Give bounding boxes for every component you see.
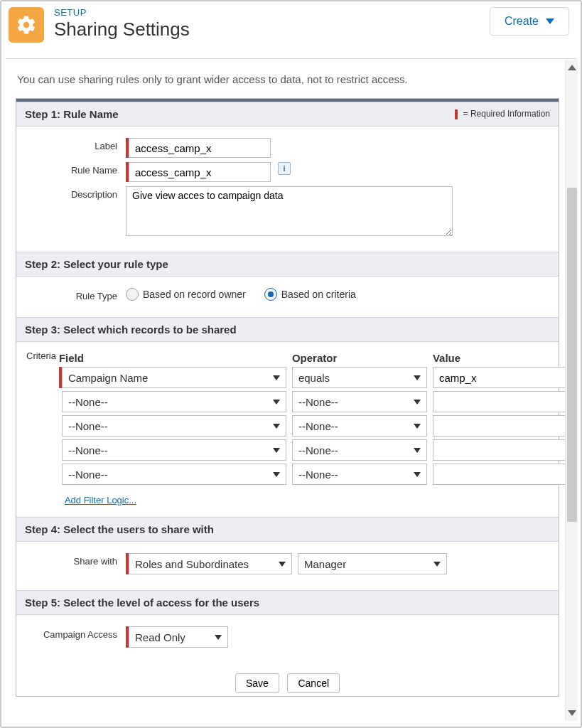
chevron-down-icon <box>414 375 421 380</box>
required-bar-icon <box>455 109 458 119</box>
rulename-label: Rule Name <box>26 162 126 176</box>
access-label: Campaign Access <box>26 626 126 641</box>
access-select[interactable]: Read Only <box>129 626 228 648</box>
chevron-down-icon <box>546 18 554 24</box>
step2-title: Step 2: Select your rule type <box>25 258 168 270</box>
chevron-down-icon <box>273 448 280 453</box>
criteria-row: --None-- --None-- <box>59 415 576 437</box>
rulename-input[interactable] <box>129 162 271 182</box>
chevron-down-icon <box>215 635 222 640</box>
intro-text: You can use sharing rules only to grant … <box>17 73 558 85</box>
breadcrumb: SETUP <box>54 7 490 18</box>
operator-select[interactable]: --None-- <box>292 415 427 437</box>
criteria-label: Criteria <box>26 349 56 505</box>
description-input[interactable] <box>126 186 453 236</box>
header-titles: SETUP Sharing Settings <box>54 7 490 40</box>
vertical-scrollbar[interactable] <box>565 60 578 721</box>
chevron-down-icon <box>279 562 286 567</box>
sharewith-label: Share with <box>26 553 126 567</box>
step4-header: Step 4: Select the users to share with <box>16 517 559 542</box>
add-filter-link[interactable]: Add Filter Logic... <box>65 495 136 505</box>
chevron-down-icon <box>414 424 421 429</box>
field-select[interactable]: Campaign Name <box>62 367 286 388</box>
radio-owner[interactable]: Based on record owner <box>126 288 246 301</box>
chevron-down-icon <box>414 472 421 477</box>
step3-header: Step 3: Select which records to be share… <box>16 317 559 342</box>
col-operator: Operator <box>292 352 427 364</box>
step4-body: Share with Roles and Subordinates Manage… <box>16 542 559 590</box>
create-button-label: Create <box>505 15 539 28</box>
operator-select[interactable]: --None-- <box>292 439 427 461</box>
description-label: Description <box>26 186 126 200</box>
radio-icon <box>264 288 277 301</box>
field-select[interactable]: --None-- <box>62 391 286 412</box>
chevron-down-icon <box>273 375 280 380</box>
chevron-down-icon <box>433 562 441 567</box>
criteria-row: --None-- --None-- <box>59 464 576 485</box>
scrollbar-thumb[interactable] <box>567 188 577 522</box>
step1-body: Label Rule Name i Description <box>16 127 559 252</box>
step1-header: Step 1: Rule Name = Required Information <box>16 102 559 127</box>
col-value: Value <box>433 352 576 364</box>
scroll-down-icon[interactable] <box>566 705 578 721</box>
value-input[interactable] <box>433 464 576 485</box>
field-select[interactable]: --None-- <box>62 439 286 461</box>
ruletype-label: Rule Type <box>26 288 126 301</box>
field-select[interactable]: --None-- <box>62 415 286 437</box>
value-input[interactable] <box>433 367 576 388</box>
info-icon[interactable]: i <box>278 162 291 175</box>
content-area: You can use sharing rules only to grant … <box>6 58 576 722</box>
criteria-row: --None-- --None-- <box>59 391 576 412</box>
step5-title: Step 5: Select the level of access for t… <box>25 596 259 609</box>
step2-header: Step 2: Select your rule type <box>16 252 559 277</box>
value-input[interactable] <box>433 391 576 412</box>
radio-icon <box>126 288 139 301</box>
step4-title: Step 4: Select the users to share with <box>25 523 214 535</box>
chevron-down-icon <box>414 448 421 453</box>
step1-title: Step 1: Rule Name <box>25 108 119 120</box>
value-input[interactable] <box>433 439 576 461</box>
share-type-select[interactable]: Roles and Subordinates <box>129 553 292 574</box>
page-title: Sharing Settings <box>54 19 490 40</box>
operator-select[interactable]: --None-- <box>292 391 427 412</box>
field-select[interactable]: --None-- <box>62 464 286 485</box>
criteria-head: Field Operator Value <box>59 352 576 364</box>
page-header: SETUP Sharing Settings Create <box>6 6 576 54</box>
step3-title: Step 3: Select which records to be share… <box>25 323 237 336</box>
value-input[interactable] <box>433 415 576 437</box>
rule-panel: Step 1: Rule Name = Required Information… <box>16 98 559 697</box>
required-note: = Required Information <box>455 109 550 119</box>
gear-icon <box>9 7 44 43</box>
save-button[interactable]: Save <box>235 673 279 693</box>
button-row: Save Cancel <box>16 663 559 696</box>
scroll-up-icon[interactable] <box>566 60 578 75</box>
label-input[interactable] <box>129 138 271 158</box>
criteria-table: Field Operator Value Campaign Name equal… <box>59 352 576 505</box>
radio-criteria[interactable]: Based on criteria <box>264 288 356 301</box>
app-frame: SETUP Sharing Settings Create You can us… <box>0 0 582 728</box>
operator-select[interactable]: equals <box>292 367 427 388</box>
criteria-row: Campaign Name equals <box>59 367 576 388</box>
chevron-down-icon <box>273 424 280 429</box>
chevron-down-icon <box>273 400 280 405</box>
step2-body: Rule Type Based on record owner Based on… <box>16 277 559 317</box>
cancel-button[interactable]: Cancel <box>287 673 340 693</box>
col-field: Field <box>59 352 286 364</box>
chevron-down-icon <box>273 472 280 477</box>
step3-body: Criteria Field Operator Value Campaign N… <box>16 342 559 517</box>
ruletype-radio-group: Based on record owner Based on criteria <box>126 288 356 301</box>
share-value-select[interactable]: Manager <box>298 553 447 574</box>
chevron-down-icon <box>414 400 421 405</box>
step5-header: Step 5: Select the level of access for t… <box>16 590 559 615</box>
label-label: Label <box>26 138 126 151</box>
create-button[interactable]: Create <box>490 7 569 36</box>
criteria-row: --None-- --None-- <box>59 439 576 461</box>
operator-select[interactable]: --None-- <box>292 464 427 485</box>
step5-body: Campaign Access Read Only <box>16 615 559 663</box>
